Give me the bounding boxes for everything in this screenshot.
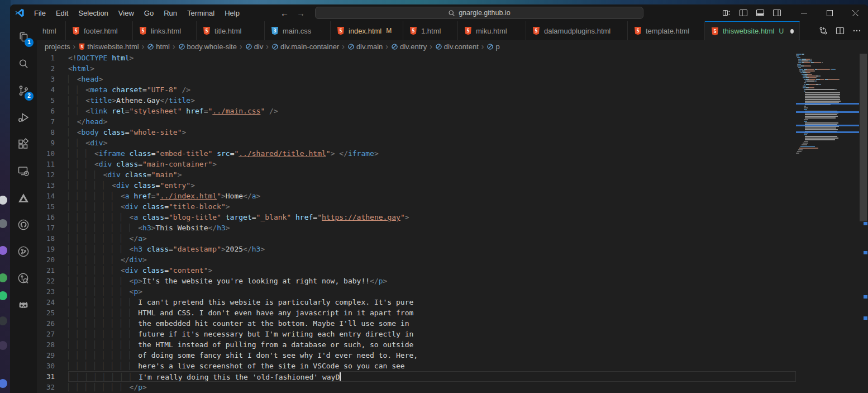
line-number[interactable]: 17: [37, 222, 68, 233]
code-line[interactable]: 6▏ ▏ <link rel="stylesheet" href="../mai…: [37, 106, 796, 116]
code-line[interactable]: 21▏ ▏ ▏ ▏ ▏ ▏ <div class="content">: [37, 265, 796, 276]
code-line[interactable]: 1<!DOCTYPE html>: [37, 53, 796, 63]
line-number[interactable]: 1: [37, 53, 68, 63]
menu-file[interactable]: File: [29, 7, 51, 19]
code-line[interactable]: 10▏ ▏ ▏ <iframe class="embed-title" src=…: [37, 148, 796, 159]
vscode-logo-icon[interactable]: [10, 8, 29, 18]
line-number[interactable]: 29: [37, 350, 68, 361]
code-line[interactable]: 9▏ ▏ <div>: [37, 138, 796, 148]
tab-main-css[interactable]: 3main.css: [265, 21, 331, 40]
menu-go[interactable]: Go: [139, 7, 159, 19]
line-number[interactable]: 12: [37, 169, 68, 180]
line-number[interactable]: 4: [37, 84, 68, 95]
explorer-icon[interactable]: 1: [10, 23, 37, 50]
breadcrumb-div-main[interactable]: div.main: [347, 42, 383, 51]
code-line[interactable]: 30▏ ▏ ▏ ▏ ▏ ▏ ▏ ▏ here's a live screensh…: [37, 361, 796, 371]
code-line[interactable]: 4▏ ▏ <meta charset="UTF-8" />: [37, 84, 796, 95]
code-line[interactable]: 11▏ ▏ ▏ <div class="main-container">: [37, 159, 796, 169]
code-line[interactable]: 28▏ ▏ ▏ ▏ ▏ ▏ ▏ ▏ the HTML instead of pu…: [37, 339, 796, 350]
more-actions-icon[interactable]: [852, 26, 861, 35]
code-area[interactable]: 1<!DOCTYPE html>2<html>3▏ <head>4▏ ▏ <me…: [37, 53, 796, 393]
line-number[interactable]: 9: [37, 138, 68, 148]
customize-layout-icon[interactable]: [721, 7, 733, 19]
line-number[interactable]: 6: [37, 106, 68, 116]
nav-forward-button[interactable]: →: [297, 8, 305, 18]
unsaved-dot[interactable]: [790, 29, 794, 34]
split-editor-icon[interactable]: [836, 26, 845, 35]
breadcrumb-div-main-container[interactable]: div.main-container: [271, 42, 339, 51]
line-number[interactable]: 16: [37, 212, 68, 222]
tab-index-html[interactable]: 5index.htmlM: [331, 21, 403, 40]
code-line[interactable]: 14▏ ▏ ▏ ▏ ▏ ▏ <a href="../index.html">Ho…: [37, 191, 796, 201]
breadcrumb-html[interactable]: html: [147, 42, 170, 51]
code-line[interactable]: 8▏ <body class="whole-site">: [37, 127, 796, 138]
tab-links-html[interactable]: 5links.html: [133, 21, 197, 40]
line-number[interactable]: 5: [37, 95, 68, 106]
breadcrumb-file[interactable]: 5thiswebsite.html: [78, 42, 139, 51]
code-line[interactable]: 31▏ ▏ ▏ ▏ ▏ ▏ ▏ ▏ I'm really doing this …: [37, 371, 796, 382]
line-number[interactable]: 26: [37, 318, 68, 329]
nav-back-button[interactable]: ←: [280, 8, 289, 18]
gitlens-icon[interactable]: [10, 238, 37, 265]
menu-help[interactable]: Help: [220, 7, 245, 19]
line-number[interactable]: 7: [37, 116, 68, 127]
line-number[interactable]: 14: [37, 191, 68, 201]
line-number[interactable]: 2: [37, 63, 68, 74]
tab-thiswebsite-html[interactable]: 5thiswebsite.htmlU: [705, 21, 800, 40]
line-number[interactable]: 11: [37, 159, 68, 169]
code-line[interactable]: 23▏ ▏ ▏ ▏ ▏ ▏ ▏ <p>: [37, 286, 796, 297]
code-line[interactable]: 2<html>: [37, 63, 796, 74]
line-number[interactable]: 27: [37, 329, 68, 339]
code-line[interactable]: 29▏ ▏ ▏ ▏ ▏ ▏ ▏ ▏ of doing some fancy sh…: [37, 350, 796, 361]
breadcrumb-projects[interactable]: projects: [45, 42, 70, 51]
line-number[interactable]: 32: [37, 382, 68, 392]
code-line[interactable]: 24▏ ▏ ▏ ▏ ▏ ▏ ▏ ▏ I can't pretend this w…: [37, 297, 796, 307]
extensions-icon[interactable]: [10, 131, 37, 158]
breadcrumb-p[interactable]: p: [487, 42, 499, 51]
code-line[interactable]: 12▏ ▏ ▏ ▏ <div class="main">: [37, 169, 796, 180]
minimap[interactable]: [796, 53, 859, 393]
tab-miku-html[interactable]: 5miku.html: [458, 21, 526, 40]
line-number[interactable]: 19: [37, 244, 68, 254]
toggle-panel-icon[interactable]: [754, 7, 766, 19]
godot-tools-icon[interactable]: [10, 292, 37, 319]
menu-run[interactable]: Run: [159, 7, 182, 19]
code-line[interactable]: 26▏ ▏ ▏ ▏ ▏ ▏ ▏ ▏ the embedded hit count…: [37, 318, 796, 329]
menu-view[interactable]: View: [113, 7, 139, 19]
github-icon[interactable]: [10, 211, 37, 238]
line-number[interactable]: 24: [37, 297, 68, 307]
minimize-button[interactable]: [791, 4, 817, 21]
code-line[interactable]: 32▏ ▏ ▏ ▏ ▏ ▏ ▏ </p>: [37, 382, 796, 392]
maximize-button[interactable]: [817, 4, 842, 21]
line-number[interactable]: 21: [37, 265, 68, 276]
code-line[interactable]: 19▏ ▏ ▏ ▏ ▏ ▏ ▏ <h3 class="datestamp">20…: [37, 244, 796, 254]
line-number[interactable]: 28: [37, 339, 68, 350]
code-line[interactable]: 16▏ ▏ ▏ ▏ ▏ ▏ ▏ <a class="blog-title" ta…: [37, 212, 796, 222]
toggle-primary-sidebar-icon[interactable]: [737, 7, 750, 19]
tab-1-html[interactable]: 51.html: [403, 21, 458, 40]
code-line[interactable]: 15▏ ▏ ▏ ▏ ▏ ▏ <div class="title-block">: [37, 201, 796, 212]
gitlens-search-icon[interactable]: [10, 265, 37, 292]
line-number[interactable]: 20: [37, 254, 68, 265]
line-number[interactable]: 3: [37, 74, 68, 84]
command-center[interactable]: gnargle.github.io: [315, 7, 643, 19]
tab-template-html[interactable]: 5template.html: [628, 21, 705, 40]
breadcrumb-body-whole-site[interactable]: body.whole-site: [178, 42, 237, 51]
editor-scrollbar[interactable]: [859, 53, 868, 393]
run-and-debug-icon[interactable]: [10, 104, 37, 131]
tab-footer-html[interactable]: 5footer.html: [66, 21, 133, 40]
source-control-icon[interactable]: 2: [10, 77, 37, 104]
breadcrumb-div-content[interactable]: div.content: [435, 42, 479, 51]
line-number[interactable]: 8: [37, 127, 68, 138]
code-line[interactable]: 17▏ ▏ ▏ ▏ ▏ ▏ ▏ ▏ <h3>This Website</h3>: [37, 222, 796, 233]
code-line[interactable]: 7▏ </head>: [37, 116, 796, 127]
line-number[interactable]: 22: [37, 276, 68, 286]
search-icon[interactable]: [10, 50, 37, 77]
code-line[interactable]: 27▏ ▏ ▏ ▏ ▏ ▏ ▏ ▏ future if it's necessa…: [37, 329, 796, 339]
code-line[interactable]: 13▏ ▏ ▏ ▏ ▏ <div class="entry">: [37, 180, 796, 191]
remote-explorer-icon[interactable]: [10, 158, 37, 184]
tab-html[interactable]: html: [37, 21, 66, 40]
triangle-extension-icon[interactable]: [10, 184, 37, 211]
tab-title-html[interactable]: 5title.html: [197, 21, 265, 40]
open-changes-icon[interactable]: [819, 26, 828, 35]
